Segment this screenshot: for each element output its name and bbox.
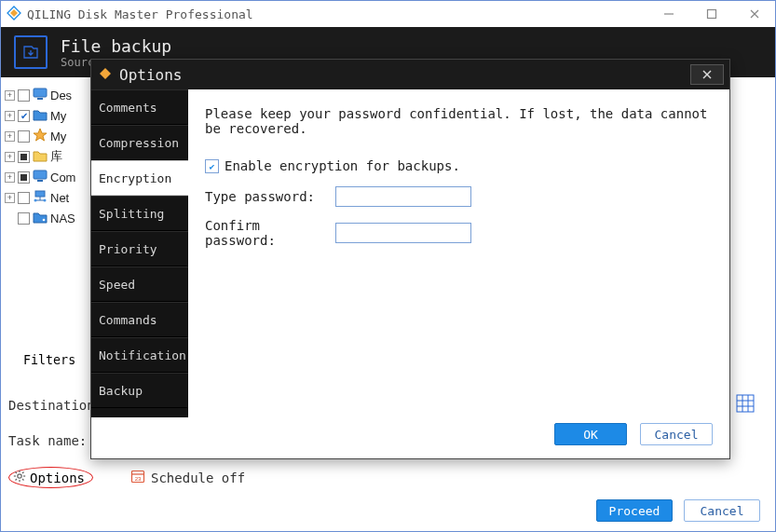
folder-docs-icon <box>33 108 48 124</box>
svg-point-16 <box>43 218 46 221</box>
tree-checkbox[interactable] <box>18 212 30 225</box>
svg-point-14 <box>34 198 37 201</box>
window-title: QILING Disk Master Professional <box>27 7 645 21</box>
titlebar: QILING Disk Master Professional <box>1 1 775 27</box>
dialog-titlebar: Options <box>91 60 729 89</box>
tree-spacer <box>5 213 15 224</box>
dialog-tab-backup[interactable]: Backup <box>91 373 188 408</box>
tree-item-label: My <box>50 130 66 143</box>
tree-checkbox[interactable] <box>18 89 30 102</box>
maximize-button[interactable] <box>693 3 730 25</box>
dialog-body: CommentsCompressionEncryptionSplittingPr… <box>91 89 729 417</box>
tree-item-label: NAS <box>50 211 75 225</box>
bottom-controls: Options 23 Schedule off <box>8 467 245 488</box>
tree-item-label: Net <box>50 191 69 205</box>
enable-encryption-label: Enable encryption for backups. <box>225 158 460 173</box>
tree-checkbox[interactable] <box>18 192 30 204</box>
svg-point-15 <box>44 198 47 201</box>
type-password-row: Type password: <box>205 186 713 207</box>
options-dialog: Options CommentsCompressionEncryptionSpl… <box>90 59 730 459</box>
tree-item-label: Com <box>50 171 75 184</box>
enable-encryption-row[interactable]: ✔ Enable encryption for backups. <box>205 158 713 173</box>
type-password-label: Type password: <box>205 189 326 204</box>
tree-item-label: Des <box>50 89 72 102</box>
svg-line-28 <box>22 479 24 481</box>
dialog-tab-notification[interactable]: Notification <box>91 337 188 373</box>
svg-marker-34 <box>100 68 111 79</box>
dialog-title: Options <box>119 66 182 84</box>
svg-line-30 <box>16 479 18 481</box>
svg-rect-11 <box>35 191 45 197</box>
close-button[interactable] <box>736 3 773 25</box>
cancel-button[interactable]: Cancel <box>684 499 760 522</box>
options-link[interactable]: Options <box>8 467 93 488</box>
minimize-button[interactable] <box>650 3 688 25</box>
svg-line-29 <box>22 472 24 474</box>
monitor-icon <box>33 170 48 185</box>
proceed-button[interactable]: Proceed <box>596 499 673 522</box>
tree-checkbox[interactable]: ✔ <box>18 110 30 122</box>
tree-expander-icon[interactable]: + <box>5 131 15 142</box>
svg-rect-9 <box>34 171 47 179</box>
svg-marker-8 <box>34 129 47 141</box>
tree-expander-icon[interactable]: + <box>5 111 15 121</box>
dialog-cancel-button[interactable]: Cancel <box>640 423 713 445</box>
svg-rect-7 <box>37 98 43 100</box>
app-logo-icon <box>7 6 21 23</box>
tree-expander-icon[interactable]: + <box>5 90 15 101</box>
tree-item-label: 库 <box>50 148 62 165</box>
svg-rect-6 <box>34 89 47 97</box>
dialog-tab-speed[interactable]: Speed <box>91 266 188 302</box>
svg-line-27 <box>16 472 18 474</box>
dialog-tab-commands[interactable]: Commands <box>91 302 188 337</box>
gear-icon <box>13 470 26 485</box>
calendar-grid-icon[interactable] <box>736 394 755 416</box>
dialog-tab-compression[interactable]: Compression <box>91 125 188 160</box>
dialog-sidebar: CommentsCompressionEncryptionSplittingPr… <box>91 89 188 417</box>
options-link-label: Options <box>30 471 85 485</box>
enable-encryption-checkbox[interactable]: ✔ <box>205 159 219 173</box>
encryption-warning: Please keep your password confidential. … <box>205 106 713 136</box>
monitor-icon <box>33 88 48 103</box>
app-window: QILING Disk Master Professional File bac… <box>0 0 776 532</box>
tree-expander-icon[interactable]: + <box>5 172 15 183</box>
nas-icon <box>33 211 48 226</box>
tree-checkbox[interactable] <box>18 171 30 184</box>
filters-button[interactable]: Filters <box>14 349 85 371</box>
confirm-password-row: Confirm password: <box>205 218 713 248</box>
dialog-tab-splitting[interactable]: Splitting <box>91 196 188 231</box>
main-buttons: Proceed Cancel <box>596 499 760 522</box>
dialog-tab-priority[interactable]: Priority <box>91 231 188 266</box>
star-icon <box>33 128 48 145</box>
dialog-footer: OK Cancel <box>554 423 713 445</box>
calendar-icon: 23 <box>130 469 145 486</box>
destination-label: Destination: <box>8 398 102 413</box>
network-icon <box>33 190 48 206</box>
svg-rect-17 <box>737 395 754 412</box>
dialog-tab-comments[interactable]: Comments <box>91 89 188 125</box>
tree-expander-icon[interactable]: + <box>5 193 15 203</box>
svg-point-22 <box>18 474 21 478</box>
dialog-main: Please keep your password confidential. … <box>188 89 729 417</box>
schedule-label: Schedule off <box>151 471 245 485</box>
svg-marker-1 <box>10 9 18 17</box>
svg-text:23: 23 <box>135 476 142 482</box>
tree-item-label: My <box>50 109 66 123</box>
tree-checkbox[interactable] <box>18 151 30 163</box>
folder-icon <box>33 149 48 165</box>
dialog-logo-icon <box>99 66 112 84</box>
dialog-close-button[interactable] <box>690 64 724 85</box>
confirm-password-input[interactable] <box>335 223 471 243</box>
schedule-link[interactable]: 23 Schedule off <box>130 469 245 486</box>
tree-checkbox[interactable] <box>18 130 30 143</box>
tree-expander-icon[interactable]: + <box>5 152 15 162</box>
task-name-label: Task name: <box>8 433 87 448</box>
type-password-input[interactable] <box>335 186 471 207</box>
dialog-tab-encryption[interactable]: Encryption <box>91 160 188 196</box>
svg-rect-10 <box>37 180 43 182</box>
dialog-ok-button[interactable]: OK <box>554 423 627 445</box>
page-title: File backup <box>61 36 171 56</box>
confirm-password-label: Confirm password: <box>205 218 326 248</box>
svg-rect-3 <box>708 10 716 19</box>
file-backup-icon <box>14 35 48 69</box>
